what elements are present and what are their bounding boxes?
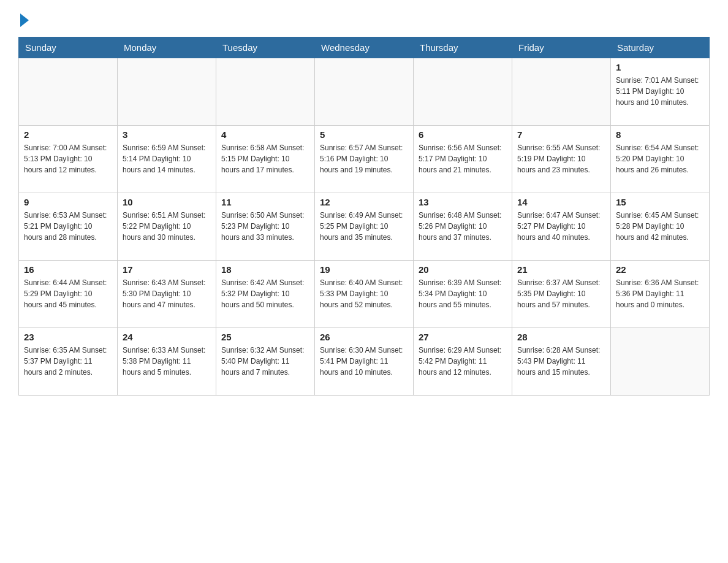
day-number: 4	[221, 129, 309, 140]
calendar-cell: 25Sunrise: 6:32 AM Sunset: 5:40 PM Dayli…	[216, 328, 315, 396]
day-of-week-header: Monday	[118, 37, 216, 58]
day-of-week-header: Saturday	[611, 37, 710, 58]
day-of-week-header: Sunday	[19, 37, 118, 58]
calendar-cell: 26Sunrise: 6:30 AM Sunset: 5:41 PM Dayli…	[315, 328, 414, 396]
day-info: Sunrise: 6:48 AM Sunset: 5:26 PM Dayligh…	[419, 210, 507, 243]
day-info: Sunrise: 6:30 AM Sunset: 5:41 PM Dayligh…	[320, 345, 408, 378]
day-info: Sunrise: 7:00 AM Sunset: 5:13 PM Dayligh…	[24, 142, 112, 175]
day-of-week-header: Friday	[512, 37, 611, 58]
day-info: Sunrise: 6:32 AM Sunset: 5:40 PM Dayligh…	[221, 345, 309, 378]
day-info: Sunrise: 6:44 AM Sunset: 5:29 PM Dayligh…	[24, 277, 112, 310]
day-number: 6	[419, 129, 507, 140]
calendar-cell: 19Sunrise: 6:40 AM Sunset: 5:33 PM Dayli…	[315, 261, 414, 328]
day-number: 13	[419, 197, 507, 207]
day-info: Sunrise: 7:01 AM Sunset: 5:11 PM Dayligh…	[616, 75, 704, 108]
calendar-cell	[414, 58, 512, 126]
day-number: 2	[24, 129, 112, 140]
day-info: Sunrise: 6:59 AM Sunset: 5:14 PM Dayligh…	[123, 142, 211, 175]
calendar-table: SundayMondayTuesdayWednesdayThursdayFrid…	[18, 37, 710, 396]
calendar-week-row: 16Sunrise: 6:44 AM Sunset: 5:29 PM Dayli…	[19, 261, 710, 328]
calendar-cell: 18Sunrise: 6:42 AM Sunset: 5:32 PM Dayli…	[216, 261, 315, 328]
day-info: Sunrise: 6:40 AM Sunset: 5:33 PM Dayligh…	[320, 277, 408, 310]
calendar-cell: 8Sunrise: 6:54 AM Sunset: 5:20 PM Daylig…	[611, 126, 710, 193]
day-number: 9	[24, 197, 112, 207]
calendar-cell: 28Sunrise: 6:28 AM Sunset: 5:43 PM Dayli…	[512, 328, 611, 396]
calendar-cell: 1Sunrise: 7:01 AM Sunset: 5:11 PM Daylig…	[611, 58, 710, 126]
day-info: Sunrise: 6:35 AM Sunset: 5:37 PM Dayligh…	[24, 345, 112, 378]
day-number: 5	[320, 129, 408, 140]
calendar-week-row: 1Sunrise: 7:01 AM Sunset: 5:11 PM Daylig…	[19, 58, 710, 126]
day-number: 8	[616, 129, 704, 140]
day-number: 24	[123, 332, 211, 342]
day-number: 3	[123, 129, 211, 140]
day-info: Sunrise: 6:33 AM Sunset: 5:38 PM Dayligh…	[123, 345, 211, 378]
calendar-cell: 24Sunrise: 6:33 AM Sunset: 5:38 PM Dayli…	[118, 328, 216, 396]
day-of-week-header: Tuesday	[216, 37, 315, 58]
calendar-cell: 22Sunrise: 6:36 AM Sunset: 5:36 PM Dayli…	[611, 261, 710, 328]
day-number: 25	[221, 332, 309, 342]
day-info: Sunrise: 6:28 AM Sunset: 5:43 PM Dayligh…	[517, 345, 605, 378]
day-info: Sunrise: 6:36 AM Sunset: 5:36 PM Dayligh…	[616, 277, 704, 310]
calendar-cell: 21Sunrise: 6:37 AM Sunset: 5:35 PM Dayli…	[512, 261, 611, 328]
calendar-cell: 11Sunrise: 6:50 AM Sunset: 5:23 PM Dayli…	[216, 193, 315, 261]
day-of-week-header: Wednesday	[315, 37, 414, 58]
day-info: Sunrise: 6:56 AM Sunset: 5:17 PM Dayligh…	[419, 142, 507, 175]
day-number: 14	[517, 197, 605, 207]
day-number: 23	[24, 332, 112, 342]
day-number: 15	[616, 197, 704, 207]
day-number: 11	[221, 197, 309, 207]
day-info: Sunrise: 6:53 AM Sunset: 5:21 PM Dayligh…	[24, 210, 112, 243]
calendar-header-row: SundayMondayTuesdayWednesdayThursdayFrid…	[19, 37, 710, 58]
page-header	[18, 12, 710, 27]
calendar-cell: 6Sunrise: 6:56 AM Sunset: 5:17 PM Daylig…	[414, 126, 512, 193]
day-number: 18	[221, 264, 309, 275]
day-info: Sunrise: 6:54 AM Sunset: 5:20 PM Dayligh…	[616, 142, 704, 175]
calendar-cell	[315, 58, 414, 126]
day-info: Sunrise: 6:37 AM Sunset: 5:35 PM Dayligh…	[517, 277, 605, 310]
day-info: Sunrise: 6:43 AM Sunset: 5:30 PM Dayligh…	[123, 277, 211, 310]
day-info: Sunrise: 6:42 AM Sunset: 5:32 PM Dayligh…	[221, 277, 309, 310]
calendar-cell: 27Sunrise: 6:29 AM Sunset: 5:42 PM Dayli…	[414, 328, 512, 396]
calendar-cell: 14Sunrise: 6:47 AM Sunset: 5:27 PM Dayli…	[512, 193, 611, 261]
calendar-cell: 23Sunrise: 6:35 AM Sunset: 5:37 PM Dayli…	[19, 328, 118, 396]
day-info: Sunrise: 6:50 AM Sunset: 5:23 PM Dayligh…	[221, 210, 309, 243]
calendar-cell: 3Sunrise: 6:59 AM Sunset: 5:14 PM Daylig…	[118, 126, 216, 193]
day-of-week-header: Thursday	[414, 37, 512, 58]
day-info: Sunrise: 6:51 AM Sunset: 5:22 PM Dayligh…	[123, 210, 211, 243]
calendar-cell: 4Sunrise: 6:58 AM Sunset: 5:15 PM Daylig…	[216, 126, 315, 193]
day-info: Sunrise: 6:39 AM Sunset: 5:34 PM Dayligh…	[419, 277, 507, 310]
calendar-cell: 9Sunrise: 6:53 AM Sunset: 5:21 PM Daylig…	[19, 193, 118, 261]
calendar-cell: 20Sunrise: 6:39 AM Sunset: 5:34 PM Dayli…	[414, 261, 512, 328]
day-info: Sunrise: 6:49 AM Sunset: 5:25 PM Dayligh…	[320, 210, 408, 243]
day-number: 26	[320, 332, 408, 342]
day-number: 21	[517, 264, 605, 275]
calendar-cell: 16Sunrise: 6:44 AM Sunset: 5:29 PM Dayli…	[19, 261, 118, 328]
day-number: 10	[123, 197, 211, 207]
day-number: 27	[419, 332, 507, 342]
day-number: 16	[24, 264, 112, 275]
calendar-cell: 10Sunrise: 6:51 AM Sunset: 5:22 PM Dayli…	[118, 193, 216, 261]
calendar-cell	[118, 58, 216, 126]
day-number: 7	[517, 129, 605, 140]
calendar-cell: 12Sunrise: 6:49 AM Sunset: 5:25 PM Dayli…	[315, 193, 414, 261]
day-info: Sunrise: 6:45 AM Sunset: 5:28 PM Dayligh…	[616, 210, 704, 243]
calendar-week-row: 2Sunrise: 7:00 AM Sunset: 5:13 PM Daylig…	[19, 126, 710, 193]
calendar-cell: 7Sunrise: 6:55 AM Sunset: 5:19 PM Daylig…	[512, 126, 611, 193]
day-number: 17	[123, 264, 211, 275]
calendar-week-row: 9Sunrise: 6:53 AM Sunset: 5:21 PM Daylig…	[19, 193, 710, 261]
logo-triangle-icon	[20, 13, 29, 27]
calendar-cell: 2Sunrise: 7:00 AM Sunset: 5:13 PM Daylig…	[19, 126, 118, 193]
calendar-cell	[611, 328, 710, 396]
calendar-cell	[512, 58, 611, 126]
calendar-cell: 15Sunrise: 6:45 AM Sunset: 5:28 PM Dayli…	[611, 193, 710, 261]
day-number: 1	[616, 62, 704, 72]
day-number: 22	[616, 264, 704, 275]
calendar-cell	[19, 58, 118, 126]
day-info: Sunrise: 6:55 AM Sunset: 5:19 PM Dayligh…	[517, 142, 605, 175]
day-info: Sunrise: 6:57 AM Sunset: 5:16 PM Dayligh…	[320, 142, 408, 175]
day-number: 20	[419, 264, 507, 275]
calendar-cell: 13Sunrise: 6:48 AM Sunset: 5:26 PM Dayli…	[414, 193, 512, 261]
day-info: Sunrise: 6:58 AM Sunset: 5:15 PM Dayligh…	[221, 142, 309, 175]
calendar-cell: 5Sunrise: 6:57 AM Sunset: 5:16 PM Daylig…	[315, 126, 414, 193]
logo	[18, 12, 29, 27]
